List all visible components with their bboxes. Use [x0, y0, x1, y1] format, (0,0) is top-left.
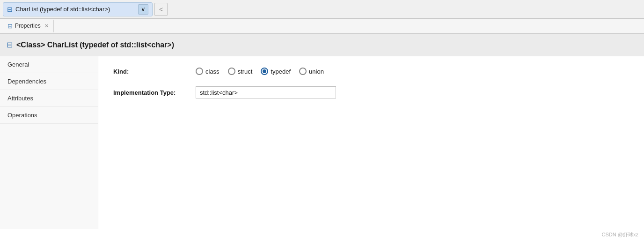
- impl-type-label: Implementation Type:: [113, 89, 188, 96]
- sidebar-item-dependencies[interactable]: Dependencies: [0, 73, 98, 90]
- radio-circle-typedef[interactable]: [261, 68, 268, 75]
- radio-circle-struct[interactable]: [228, 68, 235, 75]
- tabs-bar: ⊟ Properties ✕: [0, 19, 644, 34]
- chevron-down-icon: ∨: [141, 6, 146, 13]
- top-bar: ⊟ CharList (typedef of std::list<char>) …: [0, 0, 644, 19]
- tab-close-button[interactable]: ✕: [44, 23, 49, 29]
- class-header-icon: ⊟: [7, 40, 13, 49]
- impl-type-field-row: Implementation Type:: [113, 86, 629, 98]
- back-button[interactable]: <: [154, 3, 168, 16]
- sidebar-item-operations[interactable]: Operations: [0, 107, 98, 124]
- radio-circle-class[interactable]: [196, 68, 203, 75]
- radio-typedef-label: typedef: [271, 68, 291, 75]
- back-icon: <: [159, 6, 163, 13]
- dropdown-arrow-button[interactable]: ∨: [138, 4, 148, 15]
- radio-struct[interactable]: struct: [228, 68, 253, 75]
- kind-radio-group: class struct typedef union: [196, 68, 324, 75]
- class-icon: ⊟: [7, 6, 13, 13]
- radio-class[interactable]: class: [196, 68, 220, 75]
- radio-typedef[interactable]: typedef: [261, 68, 291, 75]
- kind-field-row: Kind: class struct typedef union: [113, 68, 629, 75]
- main-content: General Dependencies Attributes Operatio…: [0, 56, 644, 229]
- tab-icon: ⊟: [7, 23, 13, 30]
- radio-union[interactable]: union: [299, 68, 324, 75]
- tab-properties[interactable]: ⊟ Properties ✕: [3, 20, 54, 32]
- radio-struct-label: struct: [238, 68, 253, 75]
- radio-class-label: class: [205, 68, 220, 75]
- kind-label: Kind:: [113, 68, 188, 75]
- tab-label: Properties: [15, 23, 41, 29]
- watermark: CSDN @虾球xz: [602, 231, 638, 238]
- type-selector[interactable]: ⊟ CharList (typedef of std::list<char>) …: [3, 2, 153, 16]
- sidebar-item-attributes[interactable]: Attributes: [0, 90, 98, 107]
- sidebar-item-general[interactable]: General: [0, 56, 98, 73]
- type-selector-text: CharList (typedef of std::list<char>): [15, 6, 133, 13]
- sidebar: General Dependencies Attributes Operatio…: [0, 56, 98, 229]
- radio-union-label: union: [309, 68, 324, 75]
- class-header-text: <Class> CharList (typedef of std::list<c…: [16, 41, 174, 49]
- radio-circle-union[interactable]: [299, 68, 307, 75]
- impl-type-input[interactable]: [196, 86, 336, 98]
- content-panel: Kind: class struct typedef union: [98, 56, 644, 229]
- class-header: ⊟ <Class> CharList (typedef of std::list…: [0, 34, 644, 56]
